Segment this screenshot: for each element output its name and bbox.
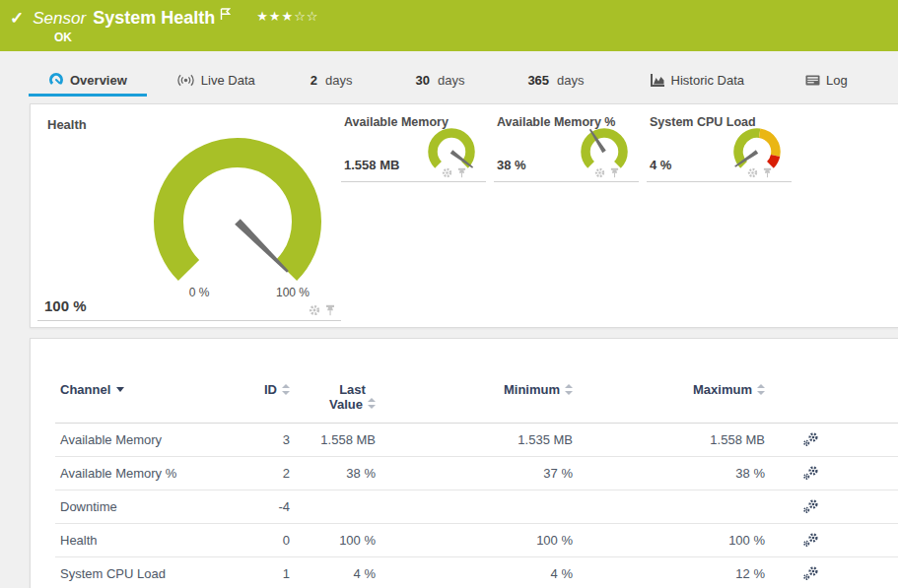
- channel-settings-icon[interactable]: [802, 498, 819, 517]
- gauge-actions: [309, 302, 335, 320]
- last-value: 100 %: [290, 533, 376, 548]
- tab-overview[interactable]: Overview: [29, 66, 147, 97]
- channel-settings-icon[interactable]: [802, 465, 819, 484]
- tab-bar: Overview Live Data 2 days 30 days 365 da…: [0, 51, 898, 97]
- gauge-actions: [747, 164, 772, 182]
- gauge-value: 1.558 MB: [344, 158, 399, 172]
- pin-icon[interactable]: [457, 164, 466, 182]
- column-maximum[interactable]: Maximum: [573, 382, 765, 397]
- status-badge: OK: [54, 31, 72, 44]
- stars-filled[interactable]: ★★★: [256, 9, 294, 24]
- gauge-cell-available-memory: Available Memory 1.558 MB: [341, 109, 494, 182]
- tab-label: Log: [826, 73, 848, 88]
- tab-label: Live Data: [201, 73, 255, 88]
- sort-desc-icon: [116, 387, 124, 392]
- tab-live-data[interactable]: Live Data: [157, 67, 275, 97]
- log-list-icon: [805, 75, 820, 86]
- sensor-page: ✓ Sensor System Health ★★★☆☆ OK Overview…: [0, 0, 898, 588]
- channel-settings-icon[interactable]: [802, 431, 819, 450]
- health-gauge: [144, 131, 331, 284]
- gauge-value: 38 %: [497, 158, 526, 172]
- column-id[interactable]: ID: [231, 382, 290, 397]
- sensor-status-header: ✓ Sensor System Health ★★★☆☆ OK: [0, 0, 898, 51]
- tab-number: 365: [527, 73, 549, 88]
- tab-log[interactable]: Log: [786, 67, 867, 97]
- tab-historic-data[interactable]: Historic Data: [630, 67, 764, 97]
- minimum-value: 1.535 MB: [376, 432, 573, 447]
- sort-icon: [282, 384, 290, 395]
- channels-panel: Channel ID LastValue Minimum Maximum Ava…: [30, 338, 898, 588]
- tab-365-days[interactable]: 365 days: [508, 67, 603, 97]
- tab-label: days: [557, 73, 584, 88]
- tab-label: days: [438, 73, 464, 88]
- pin-icon[interactable]: [610, 164, 619, 182]
- channel-id: 1: [231, 566, 290, 581]
- gauge-actions: [442, 164, 466, 182]
- tab-label: days: [325, 73, 352, 88]
- sort-icon: [565, 384, 573, 395]
- channel-name[interactable]: Downtime: [55, 499, 231, 514]
- minimum-value: 37 %: [376, 466, 573, 481]
- area-chart-icon: [650, 74, 665, 87]
- column-channel[interactable]: Channel: [55, 382, 231, 397]
- last-value: 1.558 MB: [290, 432, 376, 447]
- live-signal-icon: [176, 74, 195, 87]
- priority-flag-icon[interactable]: [220, 7, 231, 25]
- stars-empty[interactable]: ☆☆: [294, 9, 318, 24]
- primary-gauge-title: Health: [47, 117, 87, 132]
- gear-icon[interactable]: [747, 164, 758, 182]
- minimum-value: 4 %: [376, 566, 573, 581]
- tab-number: 30: [415, 73, 429, 88]
- maximum-value: 12 %: [573, 566, 765, 581]
- minimum-value: 100 %: [376, 533, 573, 548]
- maximum-value: 38 %: [573, 466, 765, 481]
- gauge-actions: [594, 164, 619, 182]
- page-title: System Health: [93, 8, 215, 29]
- table-row[interactable]: Available Memory 3 1.558 MB 1.535 MB 1.5…: [55, 424, 898, 457]
- last-value: 4 %: [290, 566, 376, 581]
- channel-table-header: Channel ID LastValue Minimum Maximum: [55, 382, 898, 424]
- table-row[interactable]: Health 0 100 % 100 % 100 %: [55, 524, 898, 557]
- column-last-value[interactable]: LastValue: [290, 382, 376, 412]
- channel-name[interactable]: System CPU Load: [55, 566, 231, 581]
- gauge-value: 4 %: [650, 158, 671, 172]
- gauges-panel: Health 0 % 100 % 100 % Available Memory …: [30, 103, 898, 328]
- tab-settings[interactable]: Settings: [881, 67, 898, 97]
- channel-name[interactable]: Available Memory: [55, 432, 231, 447]
- channel-name[interactable]: Available Memory %: [55, 466, 231, 481]
- table-row[interactable]: System CPU Load 1 4 % 4 % 12 %: [55, 557, 898, 588]
- gauge-cell-available-memory-pct: Available Memory % 38 %: [494, 109, 647, 182]
- column-minimum[interactable]: Minimum: [376, 382, 573, 397]
- maximum-value: 100 %: [573, 533, 765, 548]
- sort-icon: [368, 398, 376, 409]
- status-check-icon: ✓: [10, 8, 24, 29]
- gear-icon[interactable]: [309, 302, 320, 320]
- gauge-cell-system-cpu-load: System CPU Load 4 %: [647, 109, 799, 182]
- tab-label: Overview: [70, 73, 127, 88]
- channel-id: -4: [231, 499, 290, 514]
- gear-icon[interactable]: [442, 164, 452, 182]
- channel-name[interactable]: Health: [55, 533, 231, 548]
- channel-id: 0: [231, 533, 290, 548]
- channel-settings-icon[interactable]: [802, 532, 819, 551]
- priority-stars[interactable]: ★★★☆☆: [256, 9, 318, 24]
- channel-settings-icon[interactable]: [802, 565, 819, 584]
- sort-icon: [757, 384, 765, 395]
- pin-icon[interactable]: [763, 164, 772, 182]
- tab-number: 2: [311, 73, 317, 88]
- maximum-value: 1.558 MB: [573, 432, 765, 447]
- tab-30-days[interactable]: 30 days: [395, 67, 484, 97]
- channel-id: 2: [231, 466, 290, 481]
- gauge-icon: [48, 72, 64, 88]
- gauge-scale-min: 0 %: [174, 286, 224, 299]
- table-row[interactable]: Downtime -4: [55, 490, 898, 524]
- table-row[interactable]: Available Memory % 2 38 % 37 % 38 %: [55, 457, 898, 490]
- tab-label: Historic Data: [671, 73, 744, 88]
- divider: [37, 320, 341, 321]
- gear-icon[interactable]: [594, 164, 605, 182]
- tab-2-days[interactable]: 2 days: [291, 67, 373, 97]
- channel-id: 3: [231, 432, 290, 447]
- last-value: 38 %: [290, 466, 376, 481]
- pin-icon[interactable]: [325, 302, 335, 320]
- object-type-label: Sensor: [33, 9, 86, 29]
